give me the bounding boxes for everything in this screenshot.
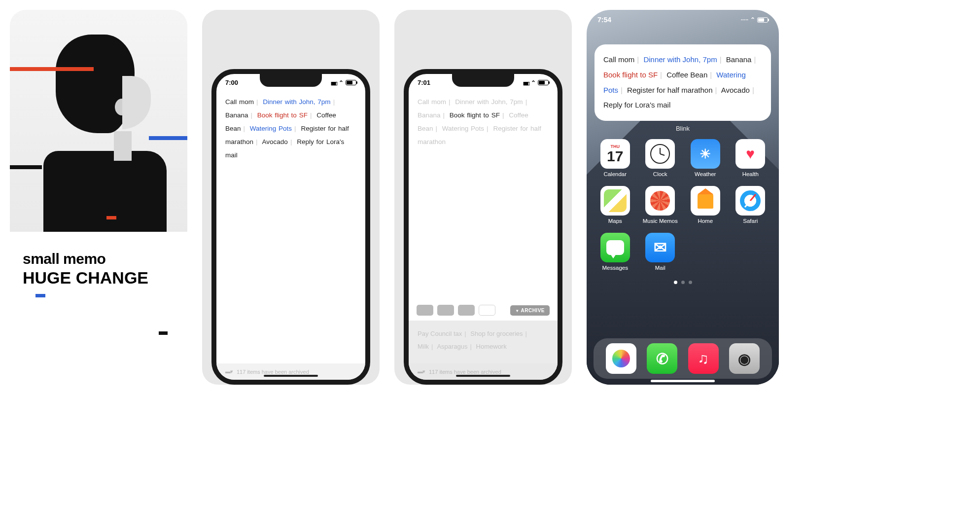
memo-item[interactable]: Watering Pots <box>250 125 292 132</box>
archive-button[interactable]: ARCHIVE <box>510 305 550 316</box>
battery-icon <box>538 80 549 85</box>
app-maps[interactable]: Maps <box>595 186 635 224</box>
memo-item[interactable]: Book flight to SF <box>603 71 658 79</box>
memo-item[interactable]: Avocado <box>262 138 288 145</box>
format-button-4[interactable] <box>479 305 495 316</box>
status-bar: 7:54 ····· ⌃ <box>587 10 779 24</box>
memo-item[interactable]: Banana <box>418 111 441 119</box>
safari-icon <box>735 186 765 216</box>
memo-item[interactable]: Banana <box>726 55 752 64</box>
app-home[interactable]: Home <box>686 186 725 224</box>
status-time: 7:00 <box>225 79 238 86</box>
widget-label: Blink <box>587 125 779 132</box>
home-indicator[interactable] <box>456 375 510 377</box>
format-button-2[interactable] <box>437 305 454 316</box>
memo-item[interactable]: Coffee Bean <box>666 71 707 79</box>
app-clock[interactable]: Clock <box>641 139 680 177</box>
health-icon: ♥ <box>735 139 765 169</box>
phone-panel-archive: 7:01 ⌃ Call mom| Dinner with John, 7pm| … <box>394 10 572 385</box>
memo-item[interactable]: Book flight to SF <box>257 111 308 119</box>
memo-item[interactable]: Dinner with John, 7pm <box>643 55 717 64</box>
memo-list[interactable]: Call mom| Dinner with John, 7pm| Banana|… <box>409 86 558 148</box>
app-grid: THU17 Calendar Clock ☀︎ Weather ♥ Health… <box>587 132 779 271</box>
home-icon <box>691 186 720 216</box>
phone-frame: 7:00 ⌃ Call mom| Dinner with John, 7pm| … <box>211 69 370 385</box>
clock-icon <box>645 139 675 169</box>
blink-widget[interactable]: Call mom| Dinner with John, 7pm| Banana|… <box>595 44 771 121</box>
cellular-icon: ····· <box>741 17 748 23</box>
memo-item[interactable]: Call mom <box>603 55 634 64</box>
memo-item[interactable]: Milk <box>418 343 429 350</box>
accent-mini-orange <box>106 216 116 219</box>
status-time: 7:01 <box>418 79 430 86</box>
memo-item[interactable]: Shop for groceries <box>470 330 523 337</box>
archive-footer: ▬▾ 117 items have been archived <box>409 363 558 380</box>
archive-footer-icon: ▬▾ <box>418 368 425 375</box>
archived-items: Pay Council tax| Shop for groceries| Mil… <box>418 327 549 353</box>
memo-item[interactable]: Asparagus <box>437 343 467 350</box>
wifi-icon: ⌃ <box>531 79 536 86</box>
archive-footer: ▬▾ 117 items have been archived <box>216 363 365 380</box>
memo-item[interactable]: Call mom <box>418 98 446 106</box>
app-calendar[interactable]: THU17 Calendar <box>595 139 635 177</box>
app-health[interactable]: ♥ Health <box>731 139 770 177</box>
phone-notch <box>452 74 514 87</box>
promo-line1: small memo <box>23 251 175 267</box>
status-icons: ····· ⌃ <box>741 16 768 24</box>
battery-icon <box>346 80 356 85</box>
app-weather[interactable]: ☀︎ Weather <box>686 139 725 177</box>
archive-footer-icon: ▬▾ <box>225 368 233 375</box>
person-silhouette <box>29 35 157 232</box>
phone-panel-list: 7:00 ⌃ Call mom| Dinner with John, 7pm| … <box>202 10 380 385</box>
accent-stripe-blue <box>149 136 187 140</box>
memo-list[interactable]: Call mom| Dinner with John, 7pm| Banana|… <box>216 86 365 162</box>
maps-icon <box>600 186 630 216</box>
app-music-memos[interactable]: Music Memos <box>641 186 680 224</box>
format-button-1[interactable] <box>417 305 433 316</box>
dock: ✆ ♫ ◉ <box>594 338 772 379</box>
memo-item[interactable]: Call mom <box>225 98 254 106</box>
app-label: Maps <box>608 218 622 224</box>
home-indicator[interactable] <box>651 380 715 382</box>
memo-item[interactable]: Watering Pots <box>442 125 484 132</box>
archive-toolbar: ARCHIVE <box>409 305 558 316</box>
memo-item[interactable]: Dinner with John, 7pm <box>263 98 330 106</box>
app-label: Clock <box>653 171 667 177</box>
archive-footer-text: 117 items have been archived <box>237 369 309 375</box>
memo-item[interactable]: Avocado <box>721 86 750 94</box>
dock-camera[interactable]: ◉ <box>729 343 760 374</box>
memo-item[interactable]: Dinner with John, 7pm <box>455 98 523 106</box>
archive-footer-text: 117 items have been archived <box>429 369 501 375</box>
app-label: Mail <box>655 265 665 271</box>
status-icons: ⌃ <box>523 79 549 86</box>
mail-icon: ✉︎ <box>645 233 675 262</box>
dock-photos[interactable] <box>606 343 636 374</box>
promo-panel: small memo HUGE CHANGE <box>10 10 187 385</box>
homescreen-panel: 7:54 ····· ⌃ Call mom| Dinner with John,… <box>587 10 779 385</box>
memo-item[interactable]: Pay Council tax <box>418 330 462 337</box>
memo-item[interactable]: Register for half marathon <box>627 86 712 94</box>
dock-music[interactable]: ♫ <box>688 343 719 374</box>
app-messages[interactable]: Messages <box>595 233 635 271</box>
phone-notch <box>260 74 322 87</box>
memo-item[interactable]: Homework <box>476 343 507 350</box>
page-indicator[interactable] <box>587 281 779 284</box>
format-button-3[interactable] <box>458 305 475 316</box>
dock-phone[interactable]: ✆ <box>647 343 677 374</box>
app-label: Messages <box>602 265 628 271</box>
promo-text: small memo HUGE CHANGE <box>10 232 187 385</box>
app-mail[interactable]: ✉︎ Mail <box>641 233 680 271</box>
app-safari[interactable]: Safari <box>731 186 770 224</box>
music-memos-icon <box>645 186 675 216</box>
app-label: Calendar <box>603 171 627 177</box>
phone-frame: 7:01 ⌃ Call mom| Dinner with John, 7pm| … <box>404 69 562 385</box>
memo-item[interactable]: Book flight to SF <box>450 111 500 119</box>
memo-item[interactable]: Banana <box>225 111 248 119</box>
wifi-icon: ⌃ <box>339 79 344 86</box>
battery-icon <box>757 17 768 23</box>
memo-item[interactable]: Reply for Lora's mail <box>603 101 670 109</box>
app-label: Weather <box>695 171 716 177</box>
accent-stripe-orange <box>10 67 94 71</box>
home-indicator[interactable] <box>264 375 318 377</box>
promo-photo <box>10 10 187 232</box>
